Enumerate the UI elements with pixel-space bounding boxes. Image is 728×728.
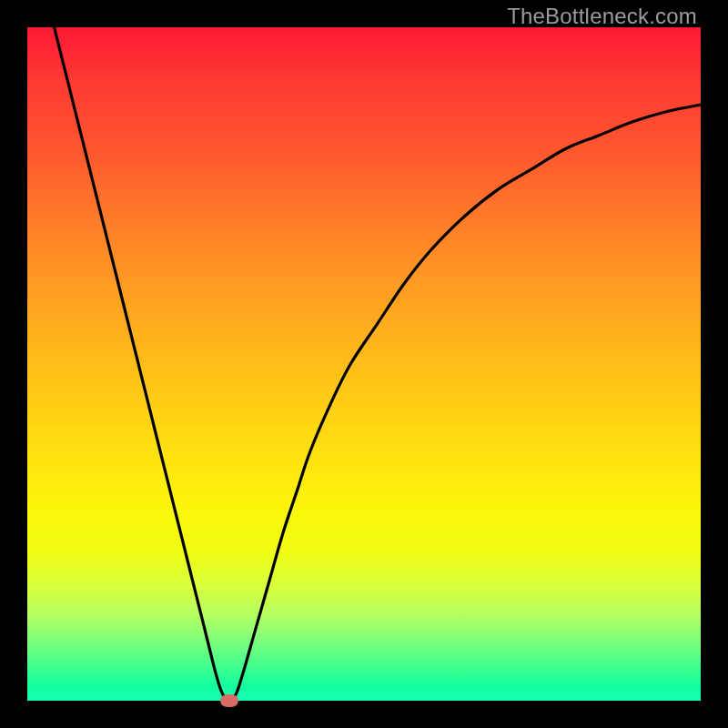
- curve-svg: [27, 27, 701, 701]
- bottleneck-curve: [55, 27, 701, 701]
- plot-area: [27, 27, 701, 701]
- chart-frame: TheBottleneck.com: [0, 0, 728, 728]
- optimum-marker: [220, 694, 238, 707]
- watermark-text: TheBottleneck.com: [507, 4, 697, 29]
